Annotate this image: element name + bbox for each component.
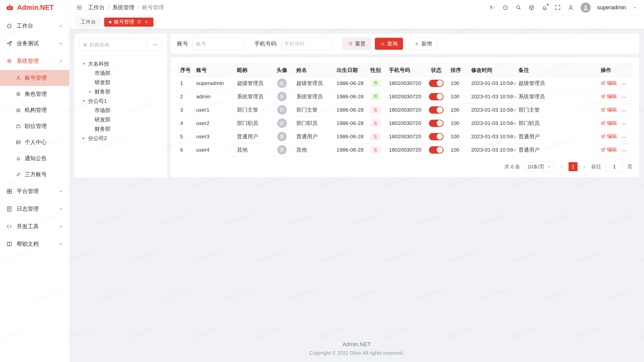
tab-workbench[interactable]: 工作台 [76,18,101,27]
chevron-down-icon[interactable] [633,5,637,10]
tree-node-label: 分公司1 [88,98,107,105]
sidebar-item-role-management[interactable]: 角色管理 [0,86,69,102]
cell-account: admin [193,90,234,103]
edit-pencil-icon [601,107,606,112]
edit-button[interactable]: 编辑 [601,93,617,100]
prev-page-button[interactable] [559,164,565,169]
col-actions: 操作 [597,64,632,77]
phone-label: 手机号码 [254,40,276,48]
row-more-button[interactable] [622,108,626,113]
status-toggle[interactable] [429,93,444,100]
sidebar-item-label: 角色管理 [25,90,47,98]
page-button-1[interactable]: 1 [569,162,578,171]
status-toggle[interactable] [429,106,444,114]
avatar[interactable] [581,3,591,13]
cell-name: 其他 [293,143,334,157]
sidebar-item-platform-management[interactable]: 平台管理 [0,183,69,200]
caret-down-icon[interactable]: ▾ [81,61,87,66]
top-header: 工作台 / 系统管理 / 账号管理 TT [69,0,644,15]
search-button[interactable]: 查询 [375,38,403,50]
status-toggle[interactable] [429,133,444,140]
breadcrumb-item[interactable]: 工作台 [88,4,105,11]
edit-button[interactable]: 编辑 [601,120,617,126]
sidebar-item-business-test[interactable]: 业务测试 [0,35,69,52]
tree-node[interactable]: 研发部 [79,78,162,87]
tree-more-button[interactable] [148,39,162,51]
sidebar-item-label: 机构管理 [25,106,47,114]
account-field-box [193,38,244,50]
tree-node[interactable]: 研发部 [79,115,162,124]
notifications-button[interactable] [541,4,548,11]
next-page-button[interactable] [582,164,587,169]
cell-sort: 100 [448,130,468,143]
sidebar-item-account-management[interactable]: 账号管理 [0,70,69,86]
table-row: 6 user4 其他 其 其他 1986-06-28 女 18020030720… [177,143,632,157]
refresh-icon[interactable] [137,20,141,24]
theme-button[interactable] [528,4,535,11]
tree-node[interactable]: ▾分公司1 [79,96,162,106]
hamburger-menu-icon[interactable] [76,4,83,11]
edit-button[interactable]: 编辑 [601,133,617,140]
account-input[interactable] [196,41,241,47]
sidebar-item-position-management[interactable]: 职位管理 [0,118,69,134]
goto-page-input[interactable] [605,162,623,172]
row-more-button[interactable] [622,122,626,126]
edit-pencil-icon [601,134,606,139]
sidebar-menu: 工作台 业务测试 系统管理 账号管理 角色管理 机构管理 [0,15,69,253]
font-size-icon: TT [489,4,496,11]
phone-field-box [281,38,333,50]
sidebar-item-dev-tools[interactable]: 开发工具 [0,218,69,235]
breadcrumb-item[interactable]: 系统管理 [112,4,134,11]
sidebar: Admin.NET 工作台 业务测试 系统管理 账号管理 角色管理 [0,0,69,362]
cell-phone: 18020030720 [386,130,425,143]
fullscreen-button[interactable] [554,4,561,11]
chevron-down-icon [58,24,63,28]
row-more-button[interactable] [622,95,626,100]
status-toggle[interactable] [429,146,444,154]
caret-down-icon[interactable]: ▾ [81,98,87,104]
row-more-button[interactable] [622,82,626,86]
bell-icon [16,156,21,161]
global-search-button[interactable] [515,4,522,11]
row-more-button[interactable] [622,135,626,140]
page-size-select[interactable]: 10条/页 [524,162,555,172]
notification-badge [546,3,549,6]
font-size-button[interactable]: TT [489,4,496,11]
sidebar-item-help-docs[interactable]: 帮助文档 [0,235,69,253]
edit-button[interactable]: 编辑 [601,106,617,113]
tree-node[interactable]: 市场部 [79,68,162,78]
tree-node[interactable]: ▸分公司2 [79,133,162,143]
phone-input[interactable] [284,41,329,47]
reset-button[interactable]: 重置 [343,38,371,50]
username[interactable]: superadmin [597,4,626,11]
close-icon[interactable] [144,20,149,24]
tree-node[interactable]: 财务部 [79,124,162,133]
sidebar-item-system-management[interactable]: 系统管理 [0,52,69,70]
tree-node[interactable]: ▸财务部 [79,87,162,96]
tree-node-label: 分公司2 [88,135,107,142]
org-search-input[interactable] [90,42,143,48]
sidebar-item-label: 个人中心 [25,139,47,146]
status-toggle[interactable] [429,120,444,127]
caret-right-icon[interactable]: ▸ [81,135,87,141]
sidebar-item-log-management[interactable]: 日志管理 [0,200,69,218]
sidebar-item-notice[interactable]: 通知公告 [0,150,69,166]
add-button[interactable]: 新增 [409,38,437,50]
edit-button[interactable]: 编辑 [601,80,617,86]
col-birth: 出生日期 [334,64,365,77]
tree-node[interactable]: 市场部 [79,106,162,115]
profile-button[interactable] [568,4,574,11]
sidebar-item-third-party-account[interactable]: 三方账号 [0,166,69,183]
sidebar-item-workbench[interactable]: 工作台 [0,17,69,35]
sidebar-item-personal-center[interactable]: 个人中心 [0,134,69,150]
sidebar-item-org-management[interactable]: 机构管理 [0,102,69,118]
language-button[interactable] [502,4,509,11]
more-dots-icon [622,148,626,153]
status-toggle[interactable] [429,80,444,87]
tab-account-management[interactable]: 账号管理 [104,18,153,27]
tree-node[interactable]: ▾大名科技 [79,59,162,68]
home-icon [6,23,13,29]
edit-button[interactable]: 编辑 [601,146,617,153]
row-more-button[interactable] [622,148,626,153]
caret-right-icon[interactable]: ▸ [88,89,93,94]
